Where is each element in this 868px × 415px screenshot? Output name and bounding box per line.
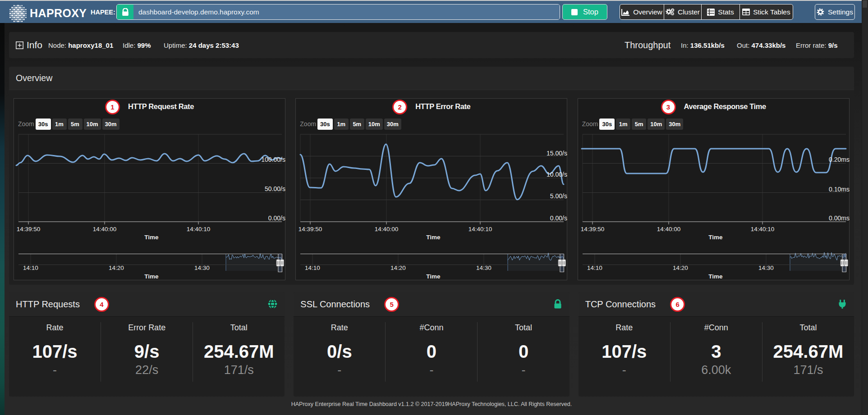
svg-text:14:30: 14:30	[758, 265, 774, 271]
svg-text:0.00/s: 0.00/s	[268, 214, 285, 222]
svg-text:14:30: 14:30	[194, 265, 210, 271]
svg-text:50.00/s: 50.00/s	[265, 185, 285, 192]
svg-text:14:40:10: 14:40:10	[187, 226, 211, 233]
svg-text:14:10: 14:10	[23, 265, 38, 271]
svg-text:0.20ms: 0.20ms	[829, 156, 850, 163]
svg-text:Time: Time	[144, 234, 159, 241]
svg-text:14:39:50: 14:39:50	[299, 226, 322, 233]
svg-text:14:40:00: 14:40:00	[375, 226, 399, 233]
svg-text:14:20: 14:20	[390, 265, 406, 271]
svg-text:Time: Time	[708, 273, 723, 280]
svg-text:14:20: 14:20	[109, 265, 124, 271]
svg-text:0.00ms: 0.00ms	[829, 214, 850, 222]
svg-text:14:40:00: 14:40:00	[93, 226, 117, 233]
svg-text:100.00/s: 100.00/s	[261, 156, 285, 163]
svg-text:Time: Time	[427, 273, 441, 280]
svg-text:Time: Time	[144, 273, 159, 280]
svg-text:14:30: 14:30	[476, 265, 491, 271]
svg-text:0.10ms: 0.10ms	[829, 186, 850, 193]
svg-text:Time: Time	[708, 234, 723, 241]
svg-text:14:10: 14:10	[587, 265, 602, 271]
svg-text:14:40:10: 14:40:10	[468, 226, 492, 233]
svg-text:14:39:50: 14:39:50	[580, 226, 604, 233]
svg-text:14:39:50: 14:39:50	[17, 226, 41, 233]
svg-text:14:40:00: 14:40:00	[657, 226, 680, 233]
svg-text:15.00/s: 15.00/s	[547, 150, 567, 157]
svg-text:14:20: 14:20	[673, 265, 688, 271]
svg-text:0.00/s: 0.00/s	[550, 214, 567, 222]
svg-text:Time: Time	[427, 234, 441, 241]
svg-text:14:40:10: 14:40:10	[750, 226, 774, 233]
svg-text:5.00/s: 5.00/s	[550, 192, 567, 200]
svg-text:10.00/s: 10.00/s	[547, 171, 567, 178]
svg-text:14:10: 14:10	[305, 265, 320, 271]
